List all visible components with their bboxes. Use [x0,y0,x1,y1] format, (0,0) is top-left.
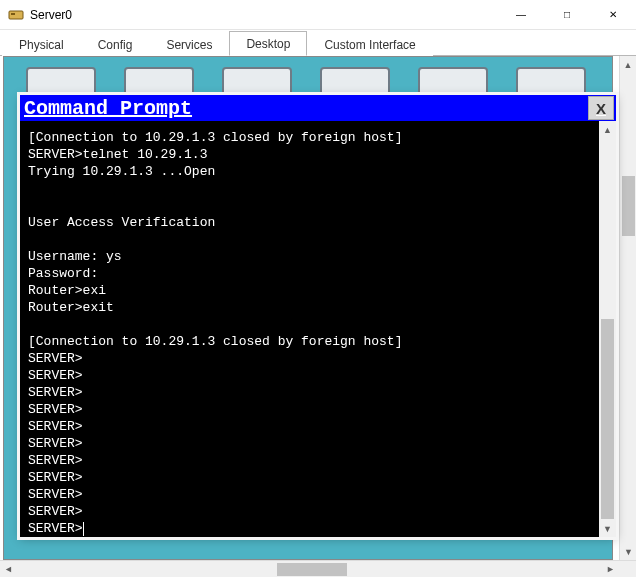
desktop-horizontal-scrollbar[interactable]: ◄ ► [0,560,636,577]
command-prompt-title: Command Prompt [24,97,192,120]
scrollbar-corner [619,561,636,578]
scrollbar-track[interactable] [17,561,602,578]
tab-strip: Physical Config Services Desktop Custom … [0,30,636,56]
desktop-vertical-scrollbar[interactable]: ▲ ▼ [619,56,636,560]
tab-services[interactable]: Services [149,32,229,56]
close-button[interactable]: ✕ [590,0,636,30]
scroll-up-icon[interactable]: ▲ [599,121,616,138]
terminal-output[interactable]: [Connection to 10.29.1.3 closed by forei… [20,121,599,537]
minimize-button[interactable]: — [498,0,544,30]
svg-rect-1 [11,13,15,15]
titlebar: Server0 — □ ✕ [0,0,636,30]
terminal-cursor [83,522,84,536]
tab-desktop[interactable]: Desktop [229,31,307,56]
command-prompt-window: Command Prompt X [Connection to 10.29.1.… [20,95,616,537]
scrollbar-thumb[interactable] [601,319,614,519]
scroll-down-icon[interactable]: ▼ [599,520,616,537]
command-prompt-close-button[interactable]: X [588,96,614,120]
command-prompt-titlebar[interactable]: Command Prompt X [20,95,616,121]
terminal-vertical-scrollbar[interactable]: ▲ ▼ [599,121,616,537]
window-title: Server0 [30,8,72,22]
tab-custom-interface[interactable]: Custom Interface [307,32,432,56]
scroll-right-icon[interactable]: ► [602,561,619,578]
scroll-up-icon[interactable]: ▲ [620,56,636,73]
scrollbar-thumb[interactable] [622,176,635,236]
maximize-button[interactable]: □ [544,0,590,30]
scroll-down-icon[interactable]: ▼ [620,543,636,560]
scroll-left-icon[interactable]: ◄ [0,561,17,578]
tab-physical[interactable]: Physical [2,32,81,56]
tab-config[interactable]: Config [81,32,150,56]
scrollbar-thumb[interactable] [277,563,347,576]
app-icon [8,7,24,23]
